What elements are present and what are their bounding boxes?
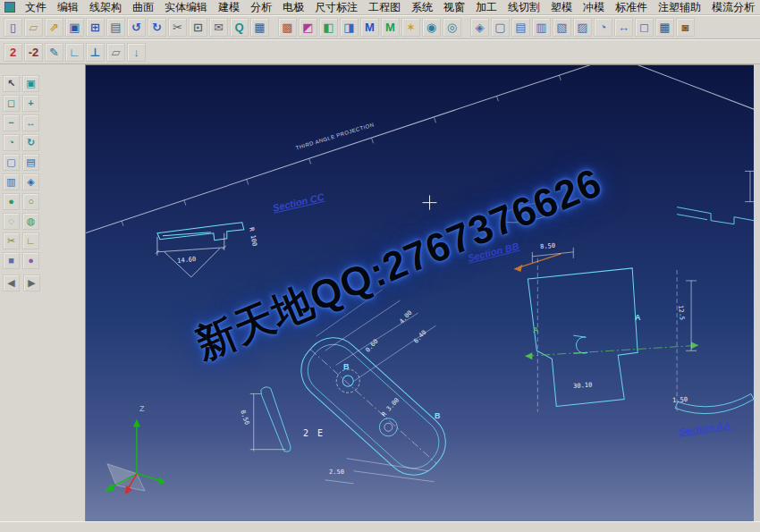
view-iso-icon[interactable]: ◈ [22,173,39,190]
normal-view-icon[interactable]: ↓ [127,43,146,62]
section-icon[interactable]: ✂ [3,232,20,249]
preview-icon[interactable]: Q [230,18,249,37]
zoom-window-icon[interactable]: ◻ [3,95,20,112]
previous-view-icon[interactable]: ◀ [3,274,20,291]
menu-item[interactable]: 文件 [20,0,52,16]
open-file-icon[interactable]: ▱ [24,18,43,37]
sheet-border [86,65,754,236]
view-top-icon[interactable]: ▤ [511,18,530,37]
menu-item[interactable]: 冲模 [578,0,610,16]
menu-item[interactable]: 塑模 [545,0,578,16]
menu-item[interactable]: 曲面 [127,0,159,16]
workspace-icon[interactable]: ◙ [676,18,695,37]
menu-item[interactable]: 系统 [406,0,438,16]
work-plane-icon[interactable]: ▱ [106,43,125,62]
solid-box-icon[interactable]: ■ [3,252,20,269]
view-bottom-icon[interactable]: ▨ [573,18,592,37]
rotate-view-icon[interactable]: ◔ [594,18,612,37]
mail-icon[interactable]: ✉ [209,18,228,37]
view-tool-palette: ↖ ▣ ◻ + − ↔ ◔ ↻ ▢ ▤ ▥ ◈ ● ○ ◌ ◍ [0,64,41,269]
view-front-icon[interactable]: ▢ [3,154,20,171]
section-cc-view [156,223,244,277]
status-bar [0,521,760,532]
left-dock: ↖ ▣ ◻ + − ↔ ◔ ↻ ▢ ▤ ▥ ◈ ● ○ ◌ ◍ [0,64,85,521]
sketch-2d-icon[interactable]: 2 [4,43,22,62]
view-history-nav: ◀ ▶ [0,269,85,291]
datum-axis-icon[interactable]: ∟ [65,43,84,62]
view-back-icon[interactable]: ▧ [553,18,571,37]
pan-icon[interactable]: ↔ [22,114,39,131]
app-icon [4,2,15,13]
detail-ellipse [499,198,560,226]
menu-item[interactable]: 工程图 [363,0,406,16]
measure-icon[interactable]: ∟ [22,232,39,249]
hidden-line-icon[interactable]: ◌ [3,213,20,230]
material-icon[interactable]: M [360,18,379,37]
new-document-icon[interactable]: ▯ [4,18,22,37]
light-icon[interactable]: ✶ [401,18,420,37]
globe-icon[interactable]: ◎ [443,18,461,37]
zoom-fit-icon[interactable]: ▣ [22,75,39,92]
refresh-icon[interactable]: ↻ [22,134,39,151]
view-right-icon[interactable]: ▥ [532,18,551,37]
orientation-triad [105,419,166,494]
save-icon[interactable]: ▣ [65,18,84,37]
zoom-window-icon[interactable]: ◻ [635,18,654,37]
cut-icon[interactable]: ✂ [168,18,187,37]
texture-icon[interactable]: M [381,18,400,37]
menu-item[interactable]: 标准件 [610,0,653,16]
select-icon[interactable]: ↖ [3,75,20,92]
menu-item[interactable]: 建模 [213,0,245,16]
view-iso-icon[interactable]: ◈ [470,18,489,37]
menu-item[interactable]: 尺寸标注 [309,0,363,16]
grid-icon[interactable]: ▦ [250,18,269,37]
menu-item[interactable]: 分析 [245,0,277,16]
section-aa-view [525,248,698,412]
menu-bar: 文件 编辑 线架构 曲面 实体编辑 建模 分析 电极 尺寸标注 工程图 系统 视… [0,0,760,15]
print-icon[interactable]: ▤ [106,18,125,37]
menu-item[interactable]: 电极 [277,0,309,16]
camera-icon[interactable]: ◉ [422,18,441,37]
wireframe-icon[interactable]: ○ [22,193,39,210]
menu-item[interactable]: 注塑辅助 [653,0,706,16]
render-icon[interactable]: ▩ [278,18,297,37]
menu-item[interactable]: 线架构 [84,0,127,16]
menu-item[interactable]: 模流分析 [706,0,760,16]
top-right-view [677,171,754,224]
palette-icon[interactable]: ◩ [299,18,317,37]
sphere-icon[interactable]: ● [22,252,39,269]
pencil-axes-icon[interactable]: ✎ [45,43,63,62]
bottom-profile-view [675,393,754,413]
layers-icon[interactable]: ▦ [655,18,674,37]
orbit-icon[interactable]: ◔ [3,134,20,151]
cad-drawing [86,65,754,521]
viewport-canvas[interactable]: Section CC Section BB Section AA THIRD A… [85,64,754,521]
shade-blue-icon[interactable]: ◨ [340,18,359,37]
secondary-toolbar: 2 -2 ✎ ∟ ⊥ ▱ ↓ [0,39,760,64]
transparent-icon[interactable]: ◍ [22,213,39,230]
save-all-icon[interactable]: ⊞ [86,18,105,37]
next-view-icon[interactable]: ▶ [23,274,40,291]
shaded-icon[interactable]: ● [3,193,20,210]
sketch-2d-off-icon[interactable]: -2 [24,43,43,62]
zoom-in-icon[interactable]: + [22,95,39,112]
zoom-out-icon[interactable]: − [3,114,20,131]
view-top-icon[interactable]: ▤ [22,154,39,171]
menu-item[interactable]: 实体编辑 [159,0,213,16]
menu-item[interactable]: 视窗 [438,0,470,16]
menu-item[interactable]: 编辑 [52,0,84,16]
view-front-icon[interactable]: ▢ [491,18,510,37]
import-file-icon[interactable]: ⇗ [45,18,63,37]
copy-icon[interactable]: ⊡ [189,18,207,37]
main-part-dimensions [317,290,436,484]
ucs-icon[interactable]: ⊥ [86,43,105,62]
side-profile-view [250,387,291,452]
undo-icon[interactable]: ↺ [127,18,146,37]
menu-item[interactable]: 线切割 [502,0,545,16]
crosshair-cursor [422,196,436,210]
view-right-icon[interactable]: ▥ [3,173,20,190]
shade-green-icon[interactable]: ◧ [319,18,338,37]
pan-view-icon[interactable]: ↔ [614,18,633,37]
menu-item[interactable]: 加工 [470,0,502,16]
redo-icon[interactable]: ↻ [148,18,166,37]
